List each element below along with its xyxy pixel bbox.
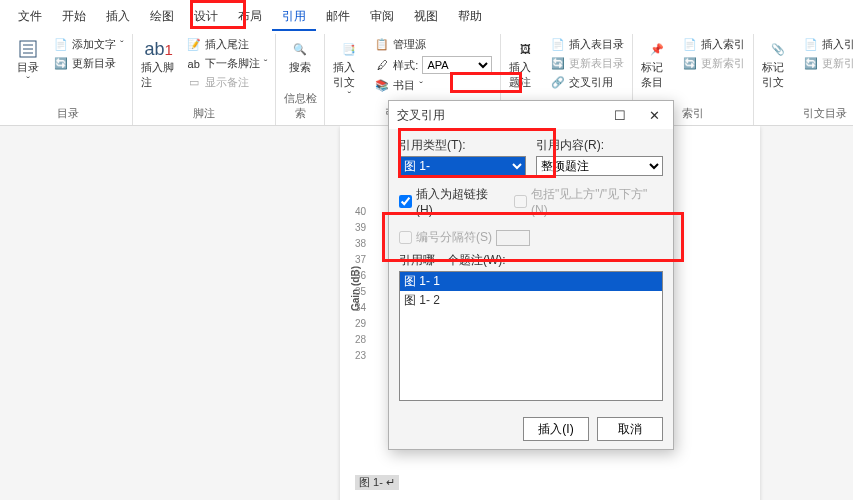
update-toa-icon: 🔄 <box>804 57 818 71</box>
y-tick: 23 <box>355 350 366 366</box>
show-notes-label: 显示备注 <box>205 75 249 90</box>
group-research: 🔍 搜索 信息检索 <box>276 34 325 125</box>
tab-8[interactable]: 审阅 <box>360 4 404 31</box>
tab-4[interactable]: 设计 <box>184 4 228 31</box>
style-label: 样式: <box>393 58 418 73</box>
toc-icon <box>17 38 39 60</box>
tab-10[interactable]: 帮助 <box>448 4 492 31</box>
add-text-label: 添加文字 <box>72 37 116 52</box>
mark-entry-button[interactable]: 📌 标记条目 <box>639 36 675 92</box>
tab-9[interactable]: 视图 <box>404 4 448 31</box>
search-icon: 🔍 <box>289 38 311 60</box>
insert-tof-button[interactable]: 📄插入表目录 <box>549 36 626 53</box>
insert-footnote-label: 插入脚注 <box>141 60 177 90</box>
insert-caption-button[interactable]: 🖼 插入题注 <box>507 36 543 92</box>
tab-1[interactable]: 开始 <box>52 4 96 31</box>
insert-index-button[interactable]: 📄插入索引 <box>681 36 747 53</box>
dialog-titlebar[interactable]: 交叉引用 ☐ ✕ <box>389 101 673 129</box>
caption-field[interactable]: 图 1- ↵ <box>355 475 399 490</box>
toc-button[interactable]: 目录 ˇ <box>10 36 46 89</box>
ref-type-combo[interactable]: 图 1- <box>399 156 526 176</box>
tab-5[interactable]: 布局 <box>228 4 272 31</box>
maximize-button[interactable]: ☐ <box>603 102 637 128</box>
list-item[interactable]: 图 1- 2 <box>400 291 662 310</box>
mark-citation-button[interactable]: 📎 标记引文 <box>760 36 796 92</box>
update-index-label: 更新索引 <box>701 56 745 71</box>
ref-type-label: 引用类型(T): <box>399 137 526 154</box>
group-label-footnote: 脚注 <box>139 104 270 123</box>
y-tick: 35 <box>355 286 366 302</box>
group-toc: 目录 ˇ 📄添加文字ˇ 🔄更新目录 目录 <box>4 34 133 125</box>
update-toa-label: 更新引文目录 <box>822 56 853 71</box>
add-text-icon: 📄 <box>54 38 68 52</box>
caption-listbox[interactable]: 图 1- 1图 1- 2 <box>399 271 663 401</box>
cancel-button[interactable]: 取消 <box>597 417 663 441</box>
tab-6[interactable]: 引用 <box>272 4 316 31</box>
update-toc-button[interactable]: 🔄更新目录 <box>52 55 126 72</box>
group-label-toc: 目录 <box>10 104 126 123</box>
update-toc-label: 更新目录 <box>72 56 116 71</box>
insert-caption-label: 插入题注 <box>509 60 541 90</box>
style-icon: 🖊 <box>375 58 389 72</box>
footnote-icon: ab1 <box>148 38 170 60</box>
tab-0[interactable]: 文件 <box>8 4 52 31</box>
bibliography-button[interactable]: 📚书目ˇ <box>373 77 494 94</box>
update-tof-icon: 🔄 <box>551 57 565 71</box>
separator-checkbox <box>399 231 412 244</box>
style-dropdown[interactable]: APA <box>422 56 492 74</box>
search-label: 搜索 <box>289 60 311 75</box>
tab-bar: 文件开始插入绘图设计布局引用邮件审阅视图帮助 <box>0 0 853 32</box>
y-tick: 36 <box>355 270 366 286</box>
bibliography-icon: 📚 <box>375 79 389 93</box>
y-tick: 34 <box>355 302 366 318</box>
bibliography-label: 书目 <box>393 78 415 93</box>
insert-tof-label: 插入表目录 <box>569 37 624 52</box>
list-item[interactable]: 图 1- 1 <box>400 272 662 291</box>
y-tick: 40 <box>355 206 366 222</box>
toc-label: 目录 <box>17 60 39 75</box>
add-text-button[interactable]: 📄添加文字ˇ <box>52 36 126 53</box>
y-tick: 38 <box>355 238 366 254</box>
ref-content-label: 引用内容(R): <box>536 137 663 154</box>
ref-content-combo[interactable]: 整项题注 <box>536 156 663 176</box>
update-index-button: 🔄更新索引 <box>681 55 747 72</box>
insert-toa-label: 插入引文目录 <box>822 37 853 52</box>
citation-style-select[interactable]: 🖊样式:APA <box>373 55 494 75</box>
manage-icon: 📋 <box>375 38 389 52</box>
manage-sources-button[interactable]: 📋管理源 <box>373 36 494 53</box>
insert-toa-button[interactable]: 📄插入引文目录 <box>802 36 853 53</box>
tof-icon: 📄 <box>551 38 565 52</box>
caption-icon: 🖼 <box>514 38 536 60</box>
mark-citation-label: 标记引文 <box>762 60 794 90</box>
insert-citation-button[interactable]: 📑 插入引文 ˇ <box>331 36 367 104</box>
close-button[interactable]: ✕ <box>637 102 671 128</box>
include-above-below-label: 包括"见上方"/"见下方"(N) <box>531 186 663 217</box>
endnote-icon: 📝 <box>187 38 201 52</box>
manage-sources-label: 管理源 <box>393 37 426 52</box>
crossref-dialog: 交叉引用 ☐ ✕ 引用类型(T): 图 1- 引用内容(R): 整项题注 插入为… <box>388 100 674 450</box>
crossref-button[interactable]: 🔗交叉引用 <box>549 74 626 91</box>
as-hyperlink-label: 插入为超链接(H) <box>416 186 504 217</box>
include-above-below-checkbox <box>514 195 527 208</box>
group-toa: 📎 标记引文 📄插入引文目录 🔄更新引文目录 引文目录 <box>754 34 853 125</box>
tab-7[interactable]: 邮件 <box>316 4 360 31</box>
next-footnote-button[interactable]: ab下一条脚注ˇ <box>185 55 270 72</box>
insert-button[interactable]: 插入(I) <box>523 417 589 441</box>
insert-toa-icon: 📄 <box>804 38 818 52</box>
tab-2[interactable]: 插入 <box>96 4 140 31</box>
as-hyperlink-checkbox[interactable] <box>399 195 412 208</box>
insert-endnote-button[interactable]: 📝插入尾注 <box>185 36 270 53</box>
chevron-down-icon: ˇ <box>419 80 423 92</box>
which-caption-label: 引用哪一个题注(W): <box>399 252 663 269</box>
y-tick: 28 <box>355 334 366 350</box>
chevron-down-icon: ˇ <box>264 58 268 70</box>
next-footnote-label: 下一条脚注 <box>205 56 260 71</box>
search-button[interactable]: 🔍 搜索 <box>282 36 318 77</box>
y-tick: 29 <box>355 318 366 334</box>
tab-3[interactable]: 绘图 <box>140 4 184 31</box>
chevron-down-icon: ˇ <box>120 39 124 51</box>
chevron-down-icon: ˇ <box>348 90 352 102</box>
mark-entry-icon: 📌 <box>646 38 668 60</box>
citation-icon: 📑 <box>338 38 360 60</box>
insert-footnote-button[interactable]: ab1 插入脚注 <box>139 36 179 92</box>
